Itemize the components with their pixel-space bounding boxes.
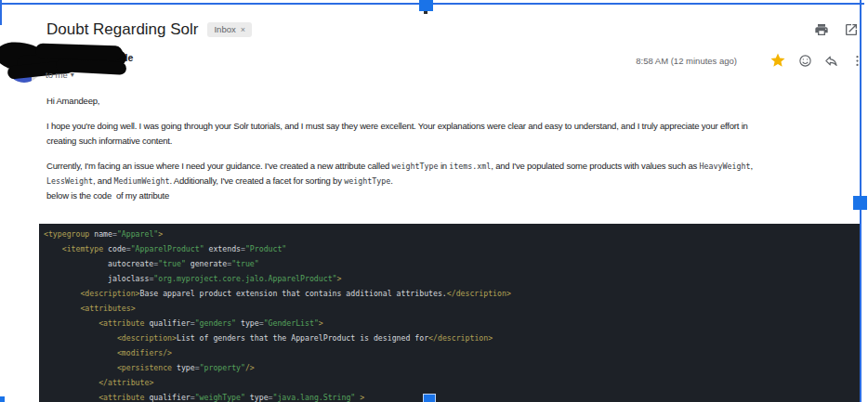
email-body: Hi Amandeep,I hope you're doing well. I … [46,94,866,214]
body-line: I hope you're doing well. I was going th… [46,119,866,134]
code-line: <typegroup name="Apparel"> [44,227,861,241]
inbox-label-chip[interactable]: Inbox × [207,22,252,37]
code-line: <description>Base apparel product extens… [44,286,861,301]
body-paragraph: I hope you're doing well. I was going th… [46,119,866,149]
recipient-dropdown[interactable]: to me ▾ [46,70,74,80]
code-line: </attribute> [44,375,861,390]
print-button[interactable] [814,22,829,37]
body-paragraph: Hi Amandeep, [46,94,866,109]
code-line: <attributes> [44,301,861,316]
subject-row: Doubt Regarding Solr Inbox × [46,20,252,39]
remove-label-icon[interactable]: × [241,26,245,34]
print-icon [814,22,829,37]
reply-button[interactable] [824,54,838,68]
code-line: <modifiers/> [44,345,861,360]
inline-code: items.xml [449,162,491,171]
avatar-image [9,52,33,73]
body-line: below is the code of my attribute [46,188,866,203]
star-button[interactable] [769,52,786,69]
timestamp: 8:58 AM (12 minutes ago) [636,56,737,66]
code-line: <itemtype code="ApparelProduct" extends=… [44,241,861,256]
body-line: LessWeight, and MediumWeight. Additional… [46,174,866,188]
selection-right-handle[interactable] [853,196,867,210]
emoji-smiley-icon [798,54,812,68]
body-line: Hi Amandeep, [46,94,866,109]
more-vert-icon [850,54,864,68]
header-actions [814,22,859,37]
to-me-label: to me [46,70,68,80]
sender-avatar[interactable] [7,47,42,83]
body-line: creating such informative content. [46,134,866,149]
code-line: autocreate="true" generate="true" [44,256,861,271]
inline-code: LessWeight [46,176,93,186]
inline-code: MediumWeight [114,176,170,186]
code-line: <attribute qualifier="genders" type="Gen… [44,316,861,331]
body-line: Currently, I'm facing an issue where I n… [46,159,866,174]
code-line: jaloclass="org.myproject.core.jalo.Appar… [44,271,861,286]
selection-top-line [2,3,864,5]
open-in-new-button[interactable] [844,22,859,37]
code-line: <description>List of genders that the Ap… [44,331,861,345]
code-block: <typegroup name="Apparel"> <itemtype cod… [39,224,861,402]
chevron-down-icon: ▾ [71,71,74,79]
code-line: <attribute qualifier="weighType" type="j… [44,390,861,402]
gmail-email-view: Doubt Regarding Solr Inbox × de to me ▾ … [0,0,868,402]
inline-code: weightType [392,162,439,171]
open-in-new-icon [844,22,859,37]
emoji-reaction-button[interactable] [798,54,812,68]
reply-icon [824,54,838,68]
selection-bottom-handle[interactable] [423,394,436,402]
inbox-label-text: Inbox [214,25,235,34]
email-subject: Doubt Regarding Solr [46,20,198,39]
selection-top-handle[interactable] [419,0,433,11]
inline-code: weightType [344,176,390,186]
message-meta: 8:58 AM (12 minutes ago) [636,52,864,69]
selection-left-line [0,0,2,25]
selection-bottom-left-handle[interactable] [0,396,5,402]
inline-code: HeavyWeight [700,162,751,171]
avatar-image-shirt [11,71,32,83]
body-paragraph: Currently, I'm facing an issue where I n… [46,159,866,203]
more-options-button[interactable] [850,54,864,68]
selection-top-notch [424,11,427,14]
code-line: <persistence type="property"/> [44,360,861,375]
sender-name-visible-suffix: de [122,52,133,63]
star-icon [769,52,786,69]
